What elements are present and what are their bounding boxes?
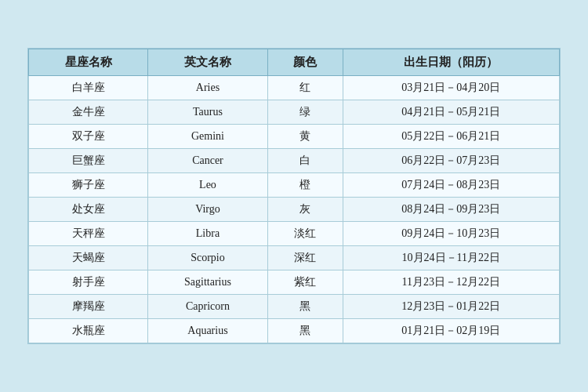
table-cell-7-2: 深红 (267, 246, 343, 270)
table-cell-5-1: Virgo (148, 198, 267, 222)
table-cell-5-3: 08月24日－09月23日 (343, 198, 559, 222)
table-cell-4-3: 07月24日－08月23日 (343, 173, 559, 198)
table-row: 天蝎座Scorpio深红10月24日－11月22日 (29, 246, 560, 270)
table-row: 射手座Sagittarius紫红11月23日－12月22日 (29, 270, 560, 295)
table-cell-5-0: 处女座 (29, 198, 148, 222)
table-cell-9-3: 12月23日－01月22日 (343, 295, 559, 319)
table-cell-1-0: 金牛座 (29, 100, 148, 125)
table-cell-2-2: 黄 (267, 125, 343, 149)
table-cell-9-0: 摩羯座 (29, 295, 148, 319)
table-cell-9-2: 黑 (267, 295, 343, 319)
column-header-3: 出生日期（阳历） (343, 49, 559, 76)
table-row: 天秤座Libra淡红09月24日－10月23日 (29, 222, 560, 246)
table-row: 狮子座Leo橙07月24日－08月23日 (29, 173, 560, 198)
table-cell-4-0: 狮子座 (29, 173, 148, 198)
table-cell-6-2: 淡红 (267, 222, 343, 246)
table-cell-7-1: Scorpio (148, 246, 267, 270)
table-header-row: 星座名称英文名称颜色出生日期（阳历） (29, 49, 560, 76)
table-cell-2-0: 双子座 (29, 125, 148, 149)
table-cell-8-0: 射手座 (29, 270, 148, 295)
table-row: 金牛座Taurus绿04月21日－05月21日 (29, 100, 560, 125)
table-row: 水瓶座Aquarius黑01月21日－02月19日 (29, 319, 560, 343)
table-cell-8-3: 11月23日－12月22日 (343, 270, 559, 295)
table-row: 双子座Gemini黄05月22日－06月21日 (29, 125, 560, 149)
table-cell-2-3: 05月22日－06月21日 (343, 125, 559, 149)
table-cell-5-2: 灰 (267, 198, 343, 222)
table-cell-3-2: 白 (267, 149, 343, 173)
column-header-1: 英文名称 (148, 49, 267, 76)
table-row: 处女座Virgo灰08月24日－09月23日 (29, 198, 560, 222)
zodiac-table-container: 星座名称英文名称颜色出生日期（阳历） 白羊座Aries红03月21日－04月20… (27, 48, 561, 344)
table-cell-0-1: Aries (148, 76, 267, 100)
table-body: 白羊座Aries红03月21日－04月20日金牛座Taurus绿04月21日－0… (29, 76, 560, 343)
table-cell-6-1: Libra (148, 222, 267, 246)
table-cell-1-2: 绿 (267, 100, 343, 125)
table-cell-6-0: 天秤座 (29, 222, 148, 246)
column-header-0: 星座名称 (29, 49, 148, 76)
table-row: 巨蟹座Cancer白06月22日－07月23日 (29, 149, 560, 173)
table-cell-8-2: 紫红 (267, 270, 343, 295)
table-cell-0-3: 03月21日－04月20日 (343, 76, 559, 100)
table-cell-0-0: 白羊座 (29, 76, 148, 100)
table-cell-9-1: Capricorn (148, 295, 267, 319)
table-cell-7-0: 天蝎座 (29, 246, 148, 270)
table-cell-8-1: Sagittarius (148, 270, 267, 295)
table-cell-3-1: Cancer (148, 149, 267, 173)
column-header-2: 颜色 (267, 49, 343, 76)
table-row: 白羊座Aries红03月21日－04月20日 (29, 76, 560, 100)
table-cell-4-2: 橙 (267, 173, 343, 198)
table-cell-3-3: 06月22日－07月23日 (343, 149, 559, 173)
table-cell-1-3: 04月21日－05月21日 (343, 100, 559, 125)
table-cell-7-3: 10月24日－11月22日 (343, 246, 559, 270)
table-cell-2-1: Gemini (148, 125, 267, 149)
table-cell-1-1: Taurus (148, 100, 267, 125)
table-cell-10-2: 黑 (267, 319, 343, 343)
table-cell-10-0: 水瓶座 (29, 319, 148, 343)
table-cell-6-3: 09月24日－10月23日 (343, 222, 559, 246)
table-cell-10-3: 01月21日－02月19日 (343, 319, 559, 343)
table-cell-10-1: Aquarius (148, 319, 267, 343)
table-cell-3-0: 巨蟹座 (29, 149, 148, 173)
table-row: 摩羯座Capricorn黑12月23日－01月22日 (29, 295, 560, 319)
zodiac-table: 星座名称英文名称颜色出生日期（阳历） 白羊座Aries红03月21日－04月20… (28, 49, 560, 343)
table-cell-4-1: Leo (148, 173, 267, 198)
table-cell-0-2: 红 (267, 76, 343, 100)
